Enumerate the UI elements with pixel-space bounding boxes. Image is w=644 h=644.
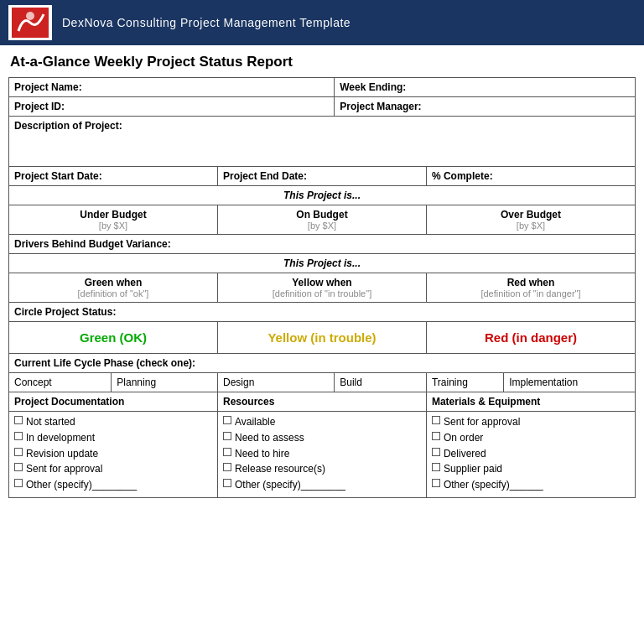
res-checkbox-3[interactable] [223,463,231,471]
over-budget-sub: [by $X] [432,221,630,231]
resource-checklist: Available Need to assess Need to hire Re… [217,412,426,498]
row-col-headers: Project Documentation Resources Material… [9,392,636,412]
row-lifecycle-phases: Concept Planning Design Build Training I… [9,373,636,392]
resources-header: Resources [217,392,426,412]
red-danger-label: Red (in danger) [485,330,577,345]
row-drivers: Drivers Behind Budget Variance: [9,235,636,254]
mat-item-2: Delivered [432,447,630,461]
res-checkbox-0[interactable] [223,416,231,424]
mat-item-label-4: Other (specify)______ [444,478,543,492]
materials-header: Materials & Equipment [426,392,635,412]
res-item-label-3: Release resource(s) [235,462,325,476]
circle-status-label: Circle Project Status: [14,306,116,318]
res-item-2: Need to hire [223,447,421,461]
mat-item-label-0: Sent for approval [444,415,520,429]
res-checkbox-2[interactable] [223,448,231,456]
on-budget-label: On Budget [223,209,421,221]
mat-checkbox-3[interactable] [432,463,440,471]
row-project-id: Project ID: Project Manager: [9,97,636,117]
mat-item-3: Supplier paid [432,462,630,476]
mat-item-4: Other (specify)______ [432,478,630,492]
phase-build: Build [335,373,427,392]
doc-item-label-0: Not started [26,415,75,429]
res-item-label-0: Available [235,415,275,429]
logo-box [8,5,52,40]
doc-item-4: Other (specify)________ [14,478,212,492]
row-lifecycle-label: Current Life Cycle Phase (check one): [9,354,636,373]
row-circle-status-label: Circle Project Status: [9,303,636,322]
checkbox-0[interactable] [14,416,23,424]
doc-checklist: Not started In development Revision upda… [9,412,218,498]
mat-checkbox-4[interactable] [432,479,440,487]
logo-icon [12,8,49,38]
mat-item-label-3: Supplier paid [444,462,502,476]
project-name-label: Project Name: [14,81,82,93]
phase-design: Design [217,373,334,392]
green-when-label: Green when [14,277,212,288]
this-project-is-label: This Project is... [9,186,636,205]
row-dates: Project Start Date: Project End Date: % … [9,167,636,186]
mat-item-0: Sent for approval [432,415,630,429]
res-item-3: Release resource(s) [223,462,421,476]
res-checkbox-4[interactable] [223,479,231,487]
row-checklist: Not started In development Revision upda… [9,412,636,498]
page-title: At-a-Glance Weekly Project Status Report [0,45,644,77]
checkbox-4[interactable] [14,479,23,487]
description-label: Description of Project: [14,120,122,132]
yellow-when-sub: [definition of "in trouble"] [223,288,421,299]
mat-checkbox-2[interactable] [432,448,440,456]
mat-checkbox-1[interactable] [432,432,440,440]
checkbox-2[interactable] [14,448,23,456]
header-title: DexNova Consulting Project Management Te… [62,16,351,29]
yellow-when-label: Yellow when [223,277,421,288]
yellow-trouble-label: Yellow (in trouble) [267,330,376,345]
phase-planning: Planning [112,373,218,392]
res-checkbox-1[interactable] [223,432,231,440]
pct-complete-label: % Complete: [432,170,493,182]
start-date-label: Project Start Date: [14,170,102,182]
doc-header: Project Documentation [9,392,218,412]
mat-item-1: On order [432,431,630,445]
on-budget-sub: [by $X] [223,221,421,231]
doc-item-2: Revision update [14,447,212,461]
doc-item-label-2: Revision update [26,447,98,461]
red-when-sub: [definition of "in danger"] [432,288,630,299]
mat-checkbox-0[interactable] [432,416,440,424]
row-description: Description of Project: [9,117,636,167]
phase-concept: Concept [9,373,112,392]
green-ok-label: Green (OK) [80,330,147,345]
header: DexNova Consulting Project Management Te… [0,0,644,45]
row-status-header: This Project is... [9,254,636,273]
mat-item-label-2: Delivered [444,447,486,461]
under-budget-sub: [by $X] [14,221,212,231]
svg-point-1 [26,12,34,20]
main-table: Project Name: Week Ending: Project ID: P… [8,77,636,498]
this-project-is2-label: This Project is... [9,254,636,273]
res-item-0: Available [223,415,421,429]
under-budget-label: Under Budget [14,209,212,221]
phase-implementation: Implementation [504,373,636,392]
doc-item-0: Not started [14,415,212,429]
row-budget-status: Under Budget [by $X] On Budget [by $X] O… [9,205,636,235]
res-item-label-1: Need to assess [235,431,304,445]
row-project-name: Project Name: Week Ending: [9,78,636,97]
res-item-4: Other (specify)________ [223,478,421,492]
doc-item-label-3: Sent for approval [26,462,102,476]
project-id-label: Project ID: [14,101,65,112]
over-budget-label: Over Budget [432,209,630,221]
lifecycle-label: Current Life Cycle Phase (check one): [14,357,195,369]
res-item-label-2: Need to hire [235,447,289,461]
doc-item-label-1: In development [26,431,95,445]
row-budget-header: This Project is... [9,186,636,205]
end-date-label: Project End Date: [223,170,307,182]
main-content: Project Name: Week Ending: Project ID: P… [0,77,644,506]
mat-item-label-1: On order [444,431,483,445]
row-circle-status: Green (OK) Yellow (in trouble) Red (in d… [9,322,636,354]
project-manager-label: Project Manager: [340,101,421,112]
row-status-conditions: Green when [definition of "ok"] Yellow w… [9,273,636,303]
doc-item-1: In development [14,431,212,445]
checkbox-3[interactable] [14,463,23,471]
res-item-label-4: Other (specify)________ [235,478,345,492]
material-checklist: Sent for approval On order Delivered Sup… [426,412,635,498]
checkbox-1[interactable] [14,432,23,440]
